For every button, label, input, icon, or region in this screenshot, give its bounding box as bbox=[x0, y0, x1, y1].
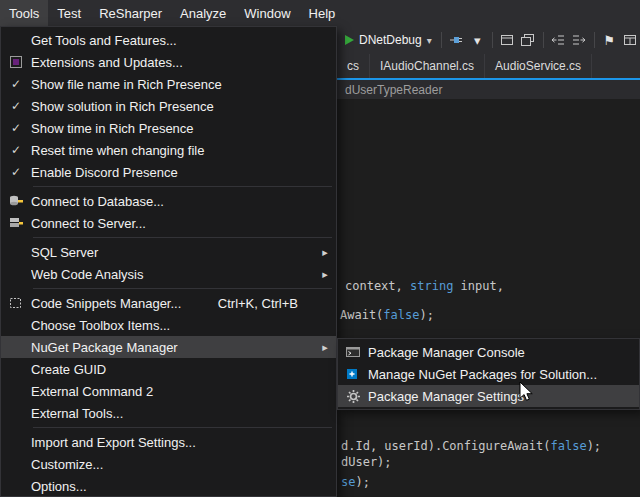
menubar-item-resharper[interactable]: ReSharper bbox=[90, 0, 171, 26]
submenu-item-manage-nuget-packages-for-solution[interactable]: Manage NuGet Packages for Solution... bbox=[338, 363, 639, 385]
toolbar-separator bbox=[594, 32, 595, 48]
server-icon bbox=[1, 216, 31, 230]
menu-item-label: SQL Server bbox=[31, 245, 318, 260]
menu-item-create-guid[interactable]: Create GUID bbox=[1, 358, 336, 380]
menu-item-label: Package Manager Settings bbox=[368, 389, 635, 404]
menu-item-external-tools[interactable]: External Tools... bbox=[1, 402, 336, 424]
menu-item-reset-time-when-changing-file[interactable]: ✓Reset time when changing file bbox=[1, 139, 336, 161]
menu-separator bbox=[33, 427, 332, 428]
menu-item-label: Package Manager Console bbox=[368, 345, 635, 360]
code-token: context, bbox=[345, 279, 410, 293]
menu-item-label: Choose Toolbox Items... bbox=[31, 318, 332, 333]
code-token: false bbox=[383, 308, 419, 322]
menu-separator bbox=[33, 237, 332, 238]
menubar-item-tools[interactable]: Tools bbox=[0, 0, 48, 26]
code-token: dUser); bbox=[341, 455, 392, 469]
console-icon bbox=[338, 345, 368, 359]
menu-item-connect-to-server[interactable]: Connect to Server... bbox=[1, 212, 336, 234]
code-line-5: se); bbox=[341, 475, 370, 489]
checkmark-icon: ✓ bbox=[1, 143, 31, 157]
chevron-down-icon[interactable]: ▾ bbox=[427, 35, 432, 46]
checkmark-icon: ✓ bbox=[1, 77, 31, 91]
code-token: ); bbox=[419, 308, 433, 322]
submenu-item-package-manager-settings[interactable]: Package Manager Settings bbox=[338, 385, 639, 407]
start-debug-button[interactable]: DNetDebug ▾ bbox=[340, 28, 437, 52]
database-icon bbox=[1, 194, 31, 208]
extensions-icon bbox=[1, 55, 31, 69]
submenu-item-package-manager-console[interactable]: Package Manager Console bbox=[338, 341, 639, 363]
menu-item-external-command-2[interactable]: External Command 2 bbox=[1, 380, 336, 402]
checkmark-icon: ✓ bbox=[1, 165, 31, 179]
menubar-item-test[interactable]: Test bbox=[48, 0, 90, 26]
menu-item-label: Show file name in Rich Presence bbox=[31, 77, 332, 92]
tab-cs[interactable]: cs bbox=[337, 54, 370, 78]
code-token: ); bbox=[587, 439, 601, 453]
toolbar-icons: ▾⚑ bbox=[437, 29, 640, 51]
menu-item-label: Create GUID bbox=[31, 362, 332, 377]
menu-item-nuget-package-manager[interactable]: NuGet Package Manager▸ bbox=[1, 336, 336, 358]
menu-item-show-time-in-rich-presence[interactable]: ✓Show time in Rich Presence bbox=[1, 117, 336, 139]
menu-item-label: Reset time when changing file bbox=[31, 143, 332, 158]
menu-item-show-file-name-in-rich-presence[interactable]: ✓Show file name in Rich Presence bbox=[1, 73, 336, 95]
toolbar-separator bbox=[441, 32, 442, 48]
debug-target-label: DNetDebug bbox=[359, 33, 422, 47]
tab-audioservice-cs[interactable]: AudioService.cs bbox=[485, 54, 592, 78]
menubar-item-window[interactable]: Window bbox=[235, 0, 299, 26]
code-token: ); bbox=[355, 475, 369, 489]
menu-item-label: Show time in Rich Presence bbox=[31, 121, 332, 136]
menu-item-sql-server[interactable]: SQL Server▸ bbox=[1, 241, 336, 263]
bookmark-icon[interactable]: ⚑ bbox=[599, 29, 620, 51]
play-icon bbox=[345, 35, 354, 45]
menu-item-label: Import and Export Settings... bbox=[31, 435, 332, 450]
menu-separator bbox=[33, 186, 332, 187]
submenu-arrow-icon: ▸ bbox=[318, 246, 332, 259]
menu-item-connect-to-database[interactable]: Connect to Database... bbox=[1, 190, 336, 212]
menubar-item-help[interactable]: Help bbox=[300, 0, 345, 26]
menu-item-import-and-export-settings[interactable]: Import and Export Settings... bbox=[1, 431, 336, 453]
menu-item-web-code-analysis[interactable]: Web Code Analysis▸ bbox=[1, 263, 336, 285]
code-token: Await( bbox=[340, 308, 383, 322]
mouse-cursor bbox=[519, 381, 537, 405]
code-token: false bbox=[551, 439, 587, 453]
menu-item-label: Connect to Server... bbox=[31, 216, 332, 231]
gear-icon bbox=[338, 389, 368, 404]
menubar: ToolsTestReSharperAnalyzeWindowHelp bbox=[0, 0, 640, 26]
code-token: input, bbox=[453, 279, 504, 293]
menu-item-code-snippets-manager[interactable]: Code Snippets Manager...Ctrl+K, Ctrl+B bbox=[1, 292, 336, 314]
nuget-submenu: Package Manager ConsoleManage NuGet Pack… bbox=[337, 338, 640, 410]
menu-item-label: Enable Discord Presence bbox=[31, 165, 332, 180]
checkmark-icon: ✓ bbox=[1, 121, 31, 135]
decrease-indent-icon[interactable] bbox=[548, 29, 569, 51]
menu-item-label: External Command 2 bbox=[31, 384, 332, 399]
tab-iaudiochannel-cs[interactable]: IAudioChannel.cs bbox=[370, 54, 485, 78]
menu-item-enable-discord-presence[interactable]: ✓Enable Discord Presence bbox=[1, 161, 336, 183]
panel-layout-icon[interactable] bbox=[620, 29, 640, 51]
breadcrumb[interactable]: dUserTypeReader bbox=[345, 83, 442, 97]
submenu-arrow-icon: ▸ bbox=[318, 268, 332, 281]
manage-packages-icon bbox=[338, 367, 368, 381]
menu-item-choose-toolbox-items[interactable]: Choose Toolbox Items... bbox=[1, 314, 336, 336]
float-window-icon[interactable] bbox=[518, 29, 539, 51]
attach-icon[interactable] bbox=[446, 29, 467, 51]
code-line-3: d.Id, userId).ConfigureAwait(false); bbox=[341, 439, 601, 453]
new-window-icon[interactable] bbox=[497, 29, 518, 51]
code-token: string bbox=[410, 279, 453, 293]
menu-item-label: Extensions and Updates... bbox=[31, 55, 332, 70]
menu-item-options[interactable]: Options... bbox=[1, 475, 336, 497]
chevron-down-icon[interactable]: ▾ bbox=[467, 29, 488, 51]
menu-item-label: Connect to Database... bbox=[31, 194, 332, 209]
vs-window: ToolsTestReSharperAnalyzeWindowHelp DNet… bbox=[0, 0, 640, 497]
menu-item-customize[interactable]: Customize... bbox=[1, 453, 336, 475]
menu-item-get-tools-and-features[interactable]: Get Tools and Features... bbox=[1, 29, 336, 51]
menubar-item-analyze[interactable]: Analyze bbox=[171, 0, 235, 26]
checkmark-icon: ✓ bbox=[1, 99, 31, 113]
menu-item-show-solution-in-rich-presence[interactable]: ✓Show solution in Rich Presence bbox=[1, 95, 336, 117]
menu-item-label: NuGet Package Manager bbox=[31, 340, 318, 355]
menu-item-label: Manage NuGet Packages for Solution... bbox=[368, 367, 635, 382]
code-line-4: dUser); bbox=[341, 455, 392, 469]
menu-item-label: Options... bbox=[31, 479, 332, 494]
menu-item-extensions-and-updates[interactable]: Extensions and Updates... bbox=[1, 51, 336, 73]
increase-indent-icon[interactable] bbox=[569, 29, 590, 51]
menu-item-label: Code Snippets Manager... bbox=[31, 296, 218, 311]
menu-item-label: Web Code Analysis bbox=[31, 267, 318, 282]
